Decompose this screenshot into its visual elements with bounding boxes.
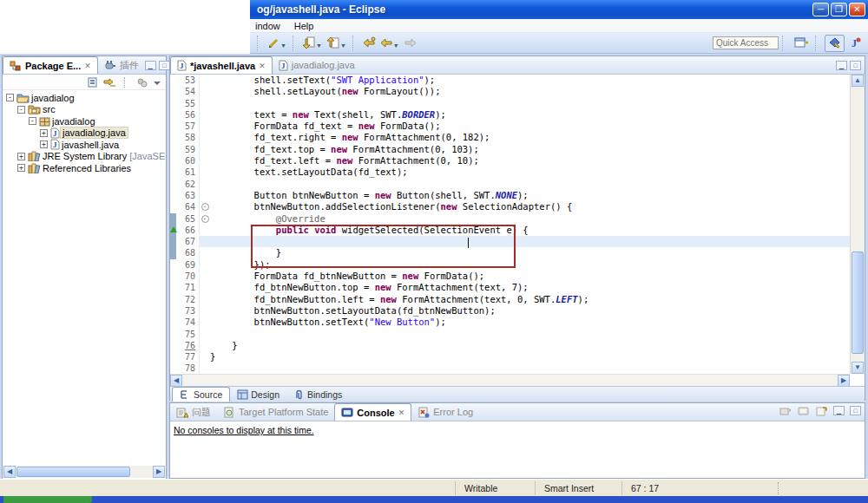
open-console-icon[interactable] [815, 406, 828, 417]
scroll-up-icon[interactable]: ▲ [852, 75, 864, 87]
code-line-56[interactable]: 56 text = new Text(shell, SWT.BORDER); [170, 109, 850, 121]
collapse-icon[interactable]: - [29, 117, 36, 125]
code-line-57[interactable]: 57 FormData fd_text = new FormData(); [170, 121, 850, 132]
expand-icon[interactable]: + [17, 153, 25, 160]
code-line-78[interactable]: 78 [170, 363, 850, 374]
scrollbar-thumb[interactable] [16, 467, 130, 477]
explorer-tab-package-e-[interactable]: Package E...✕ [3, 56, 98, 74]
maximize-view-icon[interactable]: □ [159, 61, 170, 70]
fold-collapse-icon[interactable]: - [200, 201, 210, 212]
code-line-58[interactable]: 58 fd_text.right = new FormAttachment(0,… [170, 132, 850, 143]
code-line-61[interactable]: 61 text.setLayoutData(fd_text); [170, 167, 850, 178]
last-edit-location-icon[interactable] [300, 36, 318, 51]
minimize-view-icon[interactable]: ▁ [836, 61, 847, 70]
console-tab-target-platform-state[interactable]: Target Platform State [217, 403, 334, 421]
maximize-view-icon[interactable]: □ [850, 406, 861, 415]
editor-tab--javashell-java[interactable]: J*javashell.java✕ [170, 56, 273, 74]
scroll-right-icon[interactable]: ▶ [153, 466, 165, 478]
editor-vertical-scrollbar[interactable]: ▲ ▼ [850, 75, 865, 374]
run-tool-icon-dropdown[interactable]: ▼ [280, 42, 286, 49]
subtab-design[interactable]: Design [230, 387, 286, 402]
scrollbar-thumb[interactable] [852, 252, 864, 354]
code-line-77[interactable]: 77} [170, 351, 850, 363]
tree-item-javashell-java[interactable]: +Jjavashell.java [3, 139, 166, 151]
collapse-all-icon[interactable] [86, 76, 99, 88]
code-editor[interactable]: 53 shell.setText("SWT Application");54 s… [170, 75, 850, 374]
tree-item-javadialog[interactable]: -javadialog [3, 92, 166, 104]
back-icon-dropdown[interactable]: ▼ [393, 42, 399, 49]
display-console-icon[interactable] [797, 406, 810, 417]
tree-item-referenced-libraries[interactable]: +Referenced Libraries [3, 162, 166, 174]
run-tool-icon[interactable] [265, 36, 282, 51]
expand-icon[interactable]: + [40, 129, 48, 137]
scroll-right-icon[interactable]: ▶ [838, 375, 850, 387]
next-edit-location-icon-dropdown[interactable]: ▼ [340, 42, 346, 49]
collapse-icon[interactable]: - [6, 94, 14, 101]
open-perspective-button[interactable] [792, 35, 812, 52]
scroll-down-icon[interactable]: ▼ [852, 362, 864, 374]
code-line-64[interactable]: 64- btnNewButton.addSelectionListener(ne… [170, 201, 850, 212]
subtab-bindings[interactable]: Bindings [286, 387, 349, 402]
code-line-53[interactable]: 53 shell.setText("SWT Application"); [170, 75, 850, 86]
console-tab-console[interactable]: Console✕ [334, 403, 411, 421]
fold-column [200, 144, 210, 155]
tree-item-jre-system-library[interactable]: +JRE System Library [JavaSE-1. [3, 151, 166, 163]
close-tab-icon[interactable]: ✕ [84, 62, 91, 70]
focus-task-icon[interactable] [136, 76, 148, 88]
restore-window-icon[interactable]: ❐ [831, 3, 847, 16]
code-line-71[interactable]: 71 fd_btnNewButton.top = new FormAttachm… [170, 282, 850, 293]
code-line-76[interactable]: 76 } [170, 340, 850, 351]
minimize-view-icon[interactable]: ▁ [833, 406, 845, 415]
back-icon[interactable] [378, 36, 395, 51]
code-line-74[interactable]: 74 btnNewButton.setText("New Button"); [170, 317, 850, 328]
toolbar-drag-handle[interactable] [257, 36, 261, 51]
close-tab-icon[interactable]: ✕ [398, 408, 405, 417]
collapse-icon[interactable]: - [17, 106, 25, 114]
code-line-62[interactable]: 62 [170, 179, 850, 190]
close-tab-icon[interactable]: ✕ [259, 62, 266, 70]
minimize-view-icon[interactable]: ▁ [145, 61, 156, 70]
subtab-source[interactable]: Source [172, 387, 230, 402]
code-line-54[interactable]: 54 shell.setLayout(new FormLayout()); [170, 86, 850, 97]
editor-tab-javadialog-java[interactable]: Jjavadialog.java [273, 56, 361, 74]
menu-item-help[interactable]: Help [294, 21, 314, 31]
maximize-view-icon[interactable]: □ [850, 61, 861, 70]
expand-icon[interactable]: + [40, 140, 48, 148]
scroll-left-icon[interactable]: ◀ [170, 375, 182, 387]
code-line-59[interactable]: 59 fd_text.top = new FormAttachment(0, 1… [170, 144, 850, 155]
code-line-60[interactable]: 60 fd_text.left = new FormAttachment(0, … [170, 155, 850, 167]
explorer-tab--[interactable]: 插件 [98, 56, 145, 74]
code-line-55[interactable]: 55 [170, 98, 850, 109]
start-button-fragment[interactable] [3, 496, 92, 503]
tree-item-javadialog-java[interactable]: +Jjavadialog.java [3, 127, 166, 140]
code-line-65[interactable]: 65- @Override [170, 213, 850, 225]
pin-console-icon[interactable] [779, 406, 792, 417]
scroll-left-icon[interactable]: ◀ [3, 466, 16, 478]
java-perspective-button[interactable]: J [846, 35, 865, 52]
os-taskbar[interactable] [0, 496, 868, 503]
fold-collapse-icon[interactable]: - [200, 213, 210, 225]
quick-access-input[interactable] [713, 36, 779, 49]
windowbuilder-perspective-button[interactable] [825, 35, 845, 52]
expand-icon[interactable]: + [17, 164, 25, 172]
view-menu-icon[interactable] [153, 76, 162, 88]
code-line-73[interactable]: 73 btnNewButton.setLayoutData(fd_btnNewB… [170, 305, 850, 317]
editor-horizontal-scrollbar[interactable]: ◀ ▶ [170, 374, 850, 386]
code-line-75[interactable]: 75 [170, 329, 850, 340]
menu-item-indow[interactable]: indow [255, 21, 280, 31]
next-edit-location-icon[interactable] [325, 36, 342, 51]
title-bar[interactable]: og/javashell.java - Eclipse ─ ❐ ✕ [250, 0, 868, 19]
last-edit-location-icon-dropdown[interactable]: ▼ [316, 42, 322, 49]
code-line-70[interactable]: 70 FormData fd_btnNewButton = new FormDa… [170, 271, 850, 282]
code-line-63[interactable]: 63 Button btnNewButton = new Button(shel… [170, 190, 850, 201]
console-tab--[interactable]: 问题 [170, 403, 217, 421]
console-tab-error-log[interactable]: Error Log [411, 403, 479, 421]
tree-item-src[interactable]: -src [3, 104, 166, 116]
tree-item-javadialog[interactable]: -javadialog [3, 115, 166, 127]
code-line-72[interactable]: 72 fd_btnNewButton.left = new FormAttach… [170, 294, 850, 305]
link-editor-icon[interactable] [103, 76, 116, 88]
close-window-icon[interactable]: ✕ [849, 3, 865, 16]
back-history-icon[interactable] [360, 36, 378, 51]
minimize-window-icon[interactable]: ─ [812, 3, 829, 16]
explorer-horizontal-scrollbar[interactable]: ◀ ▶ [3, 466, 165, 478]
